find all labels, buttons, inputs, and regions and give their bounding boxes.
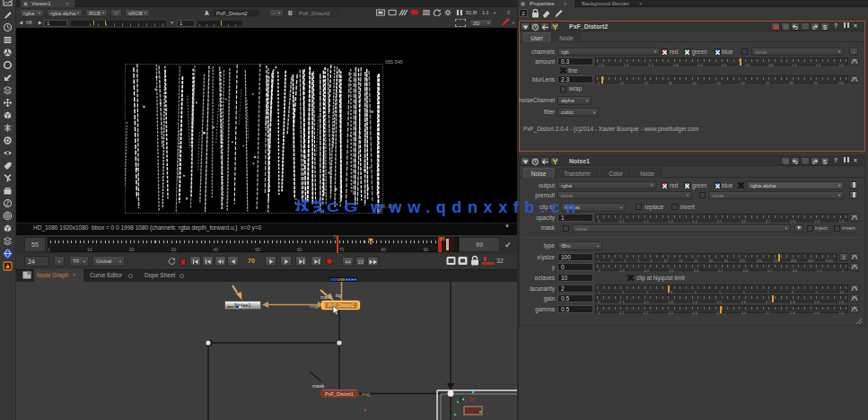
svg-text:D: D	[5, 137, 10, 144]
